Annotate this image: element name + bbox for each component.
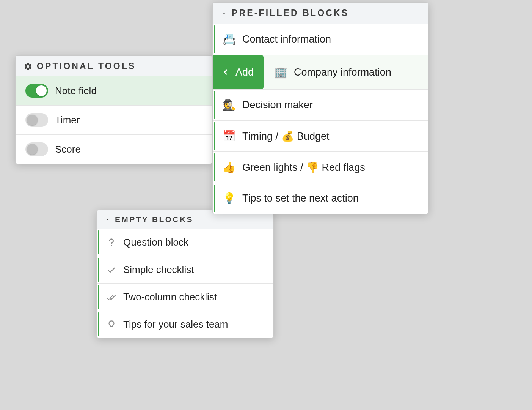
- thumbs-up-icon: 👍: [223, 161, 235, 173]
- pre-filled-block-decision-maker[interactable]: 🕵️ Decision maker: [213, 90, 428, 121]
- pre-filled-blocks-title: PRE-FILLED BLOCKS: [232, 8, 349, 18]
- toggle-timer[interactable]: [25, 113, 48, 127]
- toggle-note-field[interactable]: [25, 84, 48, 98]
- gear-icon: [24, 62, 32, 71]
- toggle-score[interactable]: [25, 142, 48, 156]
- optional-tool-row-score[interactable]: Score: [16, 135, 212, 164]
- pre-filled-blocks-header[interactable]: PRE-FILLED BLOCKS: [213, 3, 428, 24]
- empty-block-label: Simple checklist: [123, 264, 194, 276]
- arrow-left-icon: [221, 68, 230, 77]
- detective-icon: 🕵️: [223, 99, 235, 111]
- pre-filled-block-label: Timing / 💰 Budget: [242, 130, 330, 142]
- calendar-icon: 📅: [223, 130, 235, 142]
- pre-filled-block-company[interactable]: Add 🏢 Company information: [213, 55, 428, 90]
- empty-blocks-panel: EMPTY BLOCKS Question block Simple check…: [96, 210, 274, 338]
- optional-tools-title: OPTIONAL TOOLS: [37, 61, 136, 71]
- optional-tools-header: OPTIONAL TOOLS: [16, 56, 212, 76]
- pre-filled-block-label: Company information: [294, 66, 391, 78]
- pre-filled-block-label: Decision maker: [242, 99, 313, 111]
- optional-tool-row-timer[interactable]: Timer: [16, 106, 212, 135]
- empty-block-label: Question block: [123, 237, 188, 248]
- empty-block-label: Tips for your sales team: [123, 319, 228, 330]
- empty-block-two-column-checklist[interactable]: Two-column checklist: [97, 284, 273, 311]
- bulb-icon: 💡: [223, 192, 235, 205]
- pre-filled-blocks-panel: PRE-FILLED BLOCKS 📇 Contact information …: [212, 2, 428, 214]
- card-index-icon: 📇: [223, 33, 235, 46]
- check-icon: [106, 265, 117, 275]
- optional-tool-label: Note field: [55, 85, 97, 97]
- optional-tool-label: Score: [55, 144, 81, 155]
- empty-block-question[interactable]: Question block: [97, 229, 273, 256]
- caret-down-icon: [104, 216, 110, 222]
- office-building-icon: 🏢: [274, 66, 287, 79]
- pre-filled-block-tips[interactable]: 💡 Tips to set the next action: [213, 183, 428, 214]
- add-button-label: Add: [235, 66, 254, 78]
- optional-tools-panel: OPTIONAL TOOLS Note field Timer Score: [15, 55, 212, 164]
- empty-block-tips[interactable]: Tips for your sales team: [97, 311, 273, 338]
- empty-block-label: Two-column checklist: [123, 291, 217, 303]
- pre-filled-block-green-lights[interactable]: 👍 Green lights / 👎 Red flags: [213, 152, 428, 183]
- caret-down-icon: [221, 10, 227, 16]
- question-icon: [106, 238, 117, 248]
- pre-filled-block-label: Contact information: [242, 33, 331, 45]
- add-button[interactable]: Add: [213, 55, 264, 89]
- bulb-icon: [106, 320, 117, 330]
- pre-filled-block-label: Green lights / 👎 Red flags: [242, 161, 365, 173]
- pre-filled-block-label: Tips to set the next action: [242, 192, 359, 204]
- pre-filled-block-contact[interactable]: 📇 Contact information: [213, 24, 428, 55]
- double-check-icon: [106, 292, 117, 302]
- empty-block-simple-checklist[interactable]: Simple checklist: [97, 256, 273, 284]
- optional-tool-row-note-field[interactable]: Note field: [16, 76, 212, 106]
- optional-tool-label: Timer: [55, 114, 80, 126]
- pre-filled-block-timing-budget[interactable]: 📅 Timing / 💰 Budget: [213, 121, 428, 152]
- empty-blocks-title: EMPTY BLOCKS: [115, 215, 193, 224]
